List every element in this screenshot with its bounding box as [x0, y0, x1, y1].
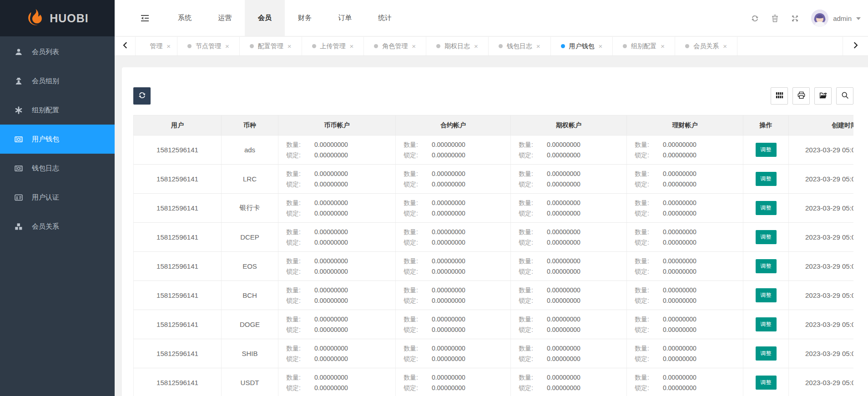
sidebar-menu: 会员列表会员组别组别配置用户钱包钱包日志用户认证会员关系 [0, 36, 115, 241]
amount-value: 0.00000000 [432, 372, 465, 383]
nav-item-member[interactable]: 会员 [245, 0, 285, 36]
amount-label: 数量: [635, 343, 649, 354]
print-button[interactable] [792, 87, 810, 105]
adjust-button[interactable]: 调整 [756, 259, 777, 273]
tab-label: 期权日志 [444, 42, 470, 50]
action-cell: 调整 [743, 135, 789, 165]
tab-node-management[interactable]: 节点管理× [177, 37, 240, 55]
account-balance: 数量:0.00000000锁定:0.00000000 [511, 256, 626, 277]
adjust-button[interactable]: 调整 [756, 201, 777, 215]
amount-value: 0.00000000 [314, 140, 348, 150]
table-row: 15812596141DOGE数量:0.00000000锁定:0.0000000… [134, 310, 854, 339]
tab-scroll-right[interactable] [843, 37, 868, 55]
amount-value: 0.00000000 [432, 140, 465, 150]
amount-label: 数量: [635, 256, 649, 266]
amount-label: 锁定: [519, 237, 533, 248]
account-line: 锁定:0.00000000 [396, 179, 510, 190]
user-cell: 15812596141 [134, 310, 222, 339]
adjust-button[interactable]: 调整 [756, 230, 777, 244]
nav-item-label: 订单 [338, 14, 352, 22]
account-line: 数量:0.00000000 [511, 169, 626, 179]
amount-value: 0.00000000 [547, 198, 580, 208]
sidebar-item-group-config[interactable]: 组别配置 [0, 95, 115, 125]
account-line: 数量:0.00000000 [511, 198, 626, 208]
sidebar-item-member-list[interactable]: 会员列表 [0, 37, 115, 66]
account-balance: 数量:0.00000000锁定:0.00000000 [396, 343, 510, 364]
tab-close-icon[interactable]: × [225, 43, 229, 50]
action-cell: 调整 [743, 223, 789, 252]
adjust-button[interactable]: 调整 [756, 172, 777, 186]
tab-group-config[interactable]: 组别配置× [613, 37, 675, 55]
tab-close-icon[interactable]: × [536, 43, 540, 50]
account-balance: 数量:0.00000000锁定:0.00000000 [511, 169, 626, 190]
tab-option-log[interactable]: 期权日志× [426, 37, 489, 55]
amount-value: 0.00000000 [432, 354, 465, 364]
account-balance: 数量:0.00000000锁定:0.00000000 [627, 314, 743, 335]
nav-item-operation[interactable]: 运营 [205, 0, 245, 36]
tab-close-icon[interactable]: × [661, 43, 665, 50]
tab-wallet-log[interactable]: 钱包日志× [489, 37, 551, 55]
account-line: 数量:0.00000000 [627, 256, 743, 266]
adjust-button[interactable]: 调整 [756, 143, 777, 157]
user-dropdown[interactable]: admin [811, 10, 861, 27]
adjust-button[interactable]: 调整 [756, 346, 777, 361]
refresh-table-button[interactable] [133, 87, 151, 105]
sidebar-item-user-auth[interactable]: 用户认证 [0, 183, 115, 212]
search-button[interactable] [836, 87, 853, 105]
amount-label: 锁定: [286, 179, 301, 190]
account-line: 数量:0.00000000 [278, 140, 395, 150]
tab-user-wallet[interactable]: 用户钱包× [551, 37, 613, 55]
tab-role-management[interactable]: 角色管理× [364, 37, 426, 55]
sidebar-item-wallet-log[interactable]: 钱包日志 [0, 154, 115, 183]
nav-item-order[interactable]: 订单 [325, 0, 365, 36]
sidebar-item-user-wallet[interactable]: 用户钱包 [0, 125, 115, 154]
brand-logo[interactable]: HUOBI [0, 0, 115, 36]
trash-icon[interactable] [771, 15, 779, 22]
account-balance: 数量:0.00000000锁定:0.00000000 [396, 256, 510, 277]
tab-close-icon[interactable]: × [167, 43, 171, 50]
fullscreen-icon[interactable] [791, 15, 799, 22]
action-cell: 调整 [743, 252, 789, 281]
tab-member-relation[interactable]: 会员关系× [675, 37, 737, 55]
refresh-icon[interactable] [751, 15, 759, 22]
tab-close-icon[interactable]: × [723, 43, 727, 50]
column-header: 期权帐户 [511, 115, 627, 135]
sidebar-item-member-relation[interactable]: 会员关系 [0, 212, 115, 241]
menu-fold-toggle[interactable] [125, 0, 165, 36]
nav-item-system[interactable]: 系统 [165, 0, 205, 36]
account-cell: 数量:0.00000000锁定:0.00000000 [278, 135, 396, 165]
tab-close-icon[interactable]: × [288, 43, 292, 50]
account-balance: 数量:0.00000000锁定:0.00000000 [627, 227, 743, 248]
filter-columns-button[interactable] [771, 87, 788, 105]
tab-close-icon[interactable]: × [350, 43, 354, 50]
amount-value: 0.00000000 [314, 198, 348, 208]
tab-close-icon[interactable]: × [599, 43, 603, 50]
amount-label: 数量: [286, 256, 301, 266]
account-cell: 数量:0.00000000锁定:0.00000000 [511, 310, 627, 339]
account-cell: 数量:0.00000000锁定:0.00000000 [278, 310, 396, 339]
nav-item-finance[interactable]: 财务 [285, 0, 325, 36]
account-balance: 数量:0.00000000锁定:0.00000000 [278, 285, 395, 306]
adjust-button[interactable]: 调整 [756, 376, 777, 390]
account-line: 锁定:0.00000000 [627, 325, 743, 335]
tab-close-icon[interactable]: × [474, 43, 478, 50]
amount-label: 锁定: [286, 354, 301, 364]
tab-upload-management[interactable]: 上传管理× [302, 37, 364, 55]
amount-label: 数量: [635, 140, 649, 150]
amount-value: 0.00000000 [547, 314, 580, 325]
tab-config-management[interactable]: 配置管理× [240, 37, 302, 55]
account-line: 锁定:0.00000000 [278, 354, 395, 364]
amount-label: 锁定: [519, 354, 533, 364]
tab-management[interactable]: 管理× [136, 37, 177, 55]
adjust-button[interactable]: 调整 [756, 288, 777, 302]
nav-item-statistics[interactable]: 统计 [365, 0, 405, 36]
sidebar-item-member-group[interactable]: 会员组别 [0, 66, 115, 95]
tab-close-icon[interactable]: × [412, 43, 416, 50]
export-button[interactable] [814, 87, 832, 105]
account-line: 锁定:0.00000000 [396, 150, 510, 160]
amount-label: 数量: [286, 169, 301, 179]
tab-scroll-left[interactable] [115, 37, 136, 55]
account-line: 锁定:0.00000000 [278, 266, 395, 277]
adjust-button[interactable]: 调整 [756, 317, 777, 331]
amount-label: 锁定: [635, 266, 649, 277]
